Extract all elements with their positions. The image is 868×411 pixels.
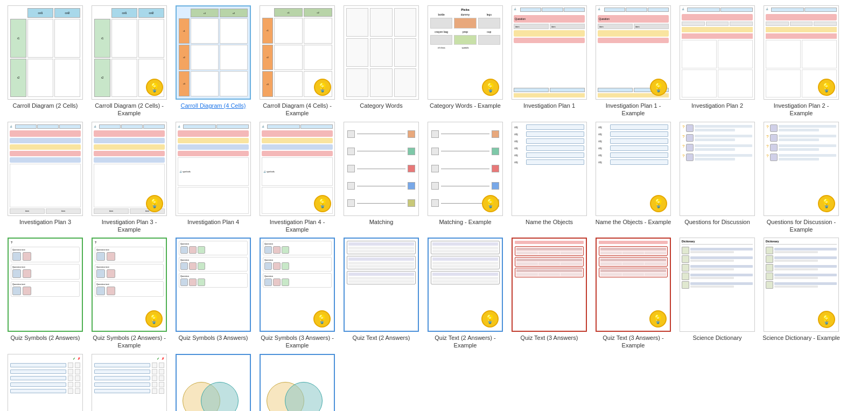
lightbulb-icon-investigation-plan-2-example: 💡	[818, 79, 835, 96]
label-investigation-plan-3-example: Investigation Plan 3 - Example	[89, 218, 169, 234]
label-investigation-plan-3: Investigation Plan 3	[19, 218, 71, 226]
lightbulb-icon-quiz-text-3-example: 💡	[649, 310, 667, 328]
label-carroll-4-cells-example: Carroll Diagram (4 Cells) - Example	[257, 102, 337, 117]
thumbnail-investigation-plan-4[interactable]: 🔬 🔬 symbols	[176, 122, 251, 216]
template-item-quiz-symbols-2[interactable]: ? Question text Question text	[5, 238, 85, 350]
thumbnail-investigation-plan-1[interactable]: 🔬 Question item item	[512, 5, 587, 100]
label-investigation-plan-1-example: Investigation Plan 1 - Example	[593, 102, 673, 117]
template-item-venn-diagram[interactable]: Venn Diagram	[173, 354, 253, 411]
template-item-investigation-plan-2[interactable]: 🔬	[677, 5, 757, 117]
lightbulb-icon-category-words-example: 💡	[482, 79, 499, 96]
label-quiz-text-3: Quiz Text (3 Answers)	[521, 334, 578, 342]
thumbnail-carroll-2-cells[interactable]: col1 col2 r1 r2	[8, 5, 83, 100]
thumbnail-investigation-plan-1-example[interactable]: 🔬 Question item item	[596, 5, 671, 100]
thumbnail-carroll-4-cells[interactable]: c1 c2 r1 r2 r3	[176, 5, 251, 100]
thumbnail-venn-diagram[interactable]	[176, 354, 251, 411]
template-item-category-words[interactable]: Category Words	[341, 5, 421, 117]
thumbnail-carroll-2-cells-example[interactable]: col1 col2 r1 r2 💡	[92, 5, 167, 100]
template-item-science-dictionary[interactable]: Dictionary	[677, 238, 757, 350]
template-item-investigation-plan-2-example[interactable]: 🔬	[761, 5, 841, 117]
template-item-questions-discussion[interactable]: ? ?	[677, 122, 757, 234]
lightbulb-icon-carroll-4-cells-example: 💡	[314, 79, 331, 96]
lightbulb-icon-quiz-symbols-3-example: 💡	[313, 310, 331, 328]
thumbnail-venn-diagram-example[interactable]: 💡	[260, 354, 335, 411]
template-item-quiz-symbols-3-example[interactable]: Question Question	[257, 238, 337, 350]
thumbnail-quiz-text-2-example[interactable]: 💡	[428, 238, 503, 332]
label-science-dictionary-example: Science Dictionary - Example	[762, 334, 840, 342]
template-item-quiz-symbols-2-example[interactable]: ? Question text Question text	[89, 238, 169, 350]
label-category-words-example: Category Words - Example	[430, 102, 501, 109]
template-item-carroll-4-cells-example[interactable]: c1 c2 r1 r2 r3	[257, 5, 337, 117]
thumbnail-quiz-symbols-3-example[interactable]: Question Question	[260, 238, 335, 332]
template-item-quiz-text-2-example[interactable]: 💡Quiz Text (2 Answers) - Example	[425, 238, 505, 350]
thumbnail-investigation-plan-3-example[interactable]: 🔬 item item	[92, 122, 167, 216]
thumbnail-investigation-plan-2-example[interactable]: 🔬	[764, 5, 839, 100]
label-science-dictionary: Science Dictionary	[692, 334, 741, 342]
thumbnail-investigation-plan-4-example[interactable]: 🔬 🔬 symbols	[260, 122, 335, 216]
template-item-carroll-2-cells-example[interactable]: col1 col2 r1 r2 💡Carroll Diagram (2 Cell…	[89, 5, 169, 117]
label-matching-example: Matching - Example	[439, 218, 491, 226]
template-item-investigation-plan-4-example[interactable]: 🔬 🔬 symbols	[257, 122, 337, 234]
thumbnail-matching-example[interactable]: 💡	[428, 122, 503, 216]
template-item-science-dictionary-example[interactable]: Dictionary	[761, 238, 841, 350]
template-item-true-or-false-example[interactable]: ✓ ✗	[89, 354, 169, 411]
label-investigation-plan-1: Investigation Plan 1	[523, 102, 575, 109]
template-item-matching-example[interactable]: 💡Matching - Example	[425, 122, 505, 234]
label-quiz-symbols-2: Quiz Symbols (2 Answers)	[11, 334, 80, 342]
template-item-name-the-objects[interactable]: obj obj obj obj	[509, 122, 589, 234]
thumbnail-name-the-objects[interactable]: obj obj obj obj	[512, 122, 587, 216]
thumbnail-questions-discussion[interactable]: ? ?	[680, 122, 755, 216]
lightbulb-icon-name-the-objects-example: 💡	[650, 195, 667, 212]
thumbnail-quiz-symbols-2-example[interactable]: ? Question text Question text	[92, 238, 167, 332]
template-item-quiz-text-2[interactable]: Quiz Text (2 Answers)	[341, 238, 421, 350]
thumbnail-investigation-plan-3[interactable]: 🔬 item item	[8, 122, 83, 216]
label-name-the-objects: Name the Objects	[526, 218, 573, 226]
thumbnail-quiz-text-3-example[interactable]: 💡	[596, 238, 671, 332]
template-item-name-the-objects-example[interactable]: obj obj obj obj	[593, 122, 673, 234]
template-item-investigation-plan-4[interactable]: 🔬 🔬 symbols	[173, 122, 253, 234]
thumbnail-quiz-text-3[interactable]	[512, 238, 587, 332]
label-category-words: Category Words	[360, 102, 402, 109]
thumbnail-name-the-objects-example[interactable]: obj obj obj obj	[596, 122, 671, 216]
lightbulb-icon-quiz-text-2-example: 💡	[481, 310, 499, 328]
thumbnail-quiz-symbols-3[interactable]: Question Question	[176, 238, 251, 332]
thumbnail-investigation-plan-2[interactable]: 🔬	[680, 5, 755, 100]
thumbnail-quiz-symbols-2[interactable]: ? Question text Question text	[8, 238, 83, 332]
template-item-venn-diagram-example[interactable]: 💡Venn Diagram - Example	[257, 354, 337, 411]
template-item-carroll-4-cells[interactable]: c1 c2 r1 r2 r3	[173, 5, 253, 117]
thumbnail-true-or-false[interactable]: ✓ ✗	[8, 354, 83, 411]
template-item-investigation-plan-3[interactable]: 🔬 item item	[5, 122, 85, 234]
template-item-quiz-symbols-3[interactable]: Question Question	[173, 238, 253, 350]
lightbulb-icon-matching-example: 💡	[482, 195, 499, 212]
label-matching: Matching	[369, 218, 394, 226]
thumbnail-category-words-example[interactable]: Picks bottle dummy legs crayon bag prop …	[428, 5, 503, 100]
template-item-category-words-example[interactable]: Picks bottle dummy legs crayon bag prop …	[425, 5, 505, 117]
label-investigation-plan-4-example: Investigation Plan 4 - Example	[257, 218, 337, 234]
label-quiz-text-2-example: Quiz Text (2 Answers) - Example	[425, 334, 505, 350]
template-grid: col1 col2 r1 r2 Carroll Diagram (2 Cells…	[5, 5, 863, 411]
template-item-investigation-plan-1-example[interactable]: 🔬 Question item item	[593, 5, 673, 117]
template-item-quiz-text-3-example[interactable]: 💡Quiz Text (3 Answers) - Example	[593, 238, 673, 350]
template-item-carroll-2-cells[interactable]: col1 col2 r1 r2 Carroll Diagram (2 Cells…	[5, 5, 85, 117]
template-item-investigation-plan-1[interactable]: 🔬 Question item item	[509, 5, 589, 117]
thumbnail-science-dictionary-example[interactable]: Dictionary	[764, 238, 839, 332]
template-item-questions-discussion-example[interactable]: ? ?	[761, 122, 841, 234]
thumbnail-quiz-text-2[interactable]	[344, 238, 419, 332]
thumbnail-matching[interactable]	[344, 122, 419, 216]
template-item-investigation-plan-3-example[interactable]: 🔬 item item	[89, 122, 169, 234]
template-item-quiz-text-3[interactable]: Quiz Text (3 Answers)	[509, 238, 589, 350]
thumbnail-questions-discussion-example[interactable]: ? ?	[764, 122, 839, 216]
thumbnail-category-words[interactable]	[344, 5, 419, 100]
lightbulb-icon-quiz-symbols-2-example: 💡	[145, 310, 163, 328]
label-quiz-text-3-example: Quiz Text (3 Answers) - Example	[593, 334, 673, 350]
label-name-the-objects-example: Name the Objects - Example	[596, 218, 671, 226]
template-item-true-or-false[interactable]: ✓ ✗	[5, 354, 85, 411]
label-quiz-text-2: Quiz Text (2 Answers)	[353, 334, 410, 342]
thumbnail-carroll-4-cells-example[interactable]: c1 c2 r1 r2 r3	[260, 5, 335, 100]
label-investigation-plan-2: Investigation Plan 2	[691, 102, 743, 109]
label-quiz-symbols-2-example: Quiz Symbols (2 Answers) - Example	[89, 334, 169, 350]
thumbnail-true-or-false-example[interactable]: ✓ ✗	[92, 354, 167, 411]
lightbulb-icon-science-dictionary-example: 💡	[818, 311, 835, 328]
thumbnail-science-dictionary[interactable]: Dictionary	[680, 238, 755, 332]
template-item-matching[interactable]: Matching	[341, 122, 421, 234]
